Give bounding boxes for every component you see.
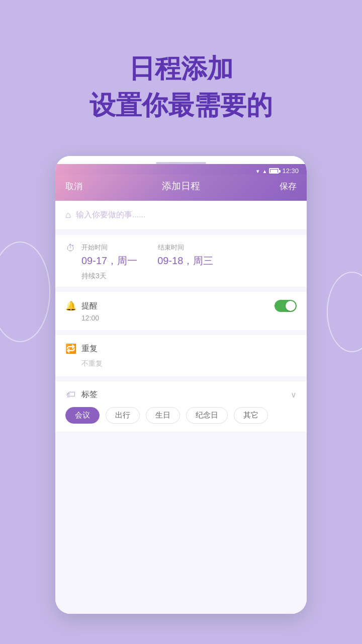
tags-label: 标签 xyxy=(81,389,98,400)
repeat-header: 🔁 重复 xyxy=(65,343,297,354)
hero-text: 日程添加 设置你最需要的 xyxy=(0,50,362,124)
end-time-label: 结束时间 xyxy=(158,243,184,252)
chevron-down-icon: ∨ xyxy=(291,390,297,399)
wifi-icon xyxy=(255,168,260,175)
tag-anniversary[interactable]: 纪念日 xyxy=(186,407,228,424)
reminder-toggle[interactable] xyxy=(275,300,297,312)
time-section: ⏱ 开始时间 结束时间 09-17，周一 09-18，周三 持续3天 xyxy=(55,235,307,287)
status-time: 12:30 xyxy=(282,167,299,175)
tags-section: 🏷 标签 ∨ 会议出行生日纪念日其它 xyxy=(55,381,307,432)
repeat-icon: 🔁 xyxy=(65,343,76,354)
tag-birthday[interactable]: 生日 xyxy=(146,407,180,424)
repeat-value: 不重复 xyxy=(81,359,297,368)
time-icon: ⏱ xyxy=(65,243,76,254)
end-time-value[interactable]: 09-18，周三 xyxy=(157,254,213,268)
toggle-knob xyxy=(286,301,296,311)
battery-fill xyxy=(270,170,278,173)
tag-other[interactable]: 其它 xyxy=(234,407,268,424)
reminder-time: 12:00 xyxy=(81,314,297,322)
tags-icon: 🏷 xyxy=(65,389,76,400)
cancel-button[interactable]: 取消 xyxy=(65,181,82,192)
content-area: ⌂ 输入你要做的事...... ⏱ 开始时间 结束时间 09-17，周一 09-… xyxy=(55,201,307,614)
tags-left: 🏷 标签 xyxy=(65,389,98,400)
signal-icon xyxy=(262,168,267,175)
nav-title: 添加日程 xyxy=(162,180,200,193)
repeat-label: 重复 xyxy=(81,344,98,354)
hero-subtitle: 设置你最需要的 xyxy=(0,87,362,124)
tags-row: 会议出行生日纪念日其它 xyxy=(65,407,297,424)
start-time-value[interactable]: 09-17，周一 xyxy=(81,254,137,268)
hero-title: 日程添加 xyxy=(0,50,362,87)
save-button[interactable]: 保存 xyxy=(280,181,297,192)
status-bar: 12:30 xyxy=(55,164,307,175)
tag-travel[interactable]: 出行 xyxy=(106,407,140,424)
task-input-placeholder[interactable]: 输入你要做的事...... xyxy=(76,210,146,220)
reminder-icon: 🔔 xyxy=(65,300,76,311)
reminder-header: 🔔 提醒 xyxy=(65,300,297,312)
duration-text: 持续3天 xyxy=(81,272,297,281)
reminder-left: 🔔 提醒 xyxy=(65,300,98,311)
bg-curve-left xyxy=(0,242,50,342)
bg-curve-right xyxy=(327,272,362,352)
phone-mockup: 12:30 取消 添加日程 保存 ⌂ 输入你要做的事...... ⏱ 开始时间 … xyxy=(55,156,307,614)
repeat-section: 🔁 重复 不重复 xyxy=(55,335,307,376)
nav-header: 取消 添加日程 保存 xyxy=(55,175,307,201)
reminder-section: 🔔 提醒 12:00 xyxy=(55,292,307,330)
time-values: 09-17，周一 09-18，周三 xyxy=(81,254,297,268)
phone-top-bar xyxy=(55,156,307,164)
tag-meeting[interactable]: 会议 xyxy=(65,407,100,424)
time-labels: 开始时间 结束时间 xyxy=(81,243,297,252)
task-icon: ⌂ xyxy=(65,210,71,220)
tags-header: 🏷 标签 ∨ xyxy=(65,389,297,400)
battery-icon xyxy=(269,168,279,174)
start-time-label: 开始时间 xyxy=(81,243,108,252)
status-icons xyxy=(255,168,280,175)
time-content: 开始时间 结束时间 09-17，周一 09-18，周三 xyxy=(81,243,297,268)
task-input-row: ⌂ 输入你要做的事...... xyxy=(55,201,307,230)
reminder-label: 提醒 xyxy=(81,301,98,311)
